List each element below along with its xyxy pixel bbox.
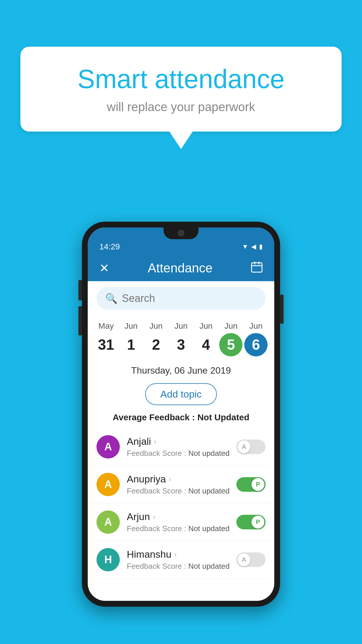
student-row[interactable]: AAnupriya ›Feedback Score : Not updatedP xyxy=(88,466,274,503)
student-info: Anjali ›Feedback Score : Not updated xyxy=(127,436,236,458)
signal-icon: ◀ xyxy=(251,243,256,251)
feedback-score: Feedback Score : Not updated xyxy=(127,449,236,458)
search-container[interactable]: 🔍 xyxy=(96,287,266,310)
phone-container: 14:29 ▼ ◀ ▮ ✕ Attendance xyxy=(82,222,280,607)
attendance-toggle[interactable]: A xyxy=(236,440,266,454)
student-info: Arjun ›Feedback Score : Not updated xyxy=(127,511,236,533)
chevron-right-icon: › xyxy=(153,513,155,521)
student-row[interactable]: HHimanshu ›Feedback Score : Not updatedA xyxy=(88,541,274,579)
toggle-knob: P xyxy=(252,516,264,528)
feedback-score: Feedback Score : Not updated xyxy=(127,524,236,533)
wifi-icon: ▼ xyxy=(242,243,248,251)
cal-month-label: May xyxy=(98,321,114,331)
cal-date-number[interactable]: 6 xyxy=(244,333,268,356)
search-icon: 🔍 xyxy=(105,293,117,304)
svg-rect-0 xyxy=(252,263,262,272)
cal-month-label: Jun xyxy=(199,321,212,331)
cal-date-number[interactable]: 5 xyxy=(219,333,242,356)
student-row[interactable]: AAnjali ›Feedback Score : Not updatedA xyxy=(88,428,274,466)
attendance-toggle[interactable]: P xyxy=(236,515,266,529)
chevron-right-icon: › xyxy=(169,475,171,483)
app-title: Attendance xyxy=(148,261,213,275)
power-button xyxy=(280,295,284,324)
student-name: Arjun › xyxy=(127,511,236,522)
attendance-toggle[interactable]: P xyxy=(236,477,266,492)
status-icons: ▼ ◀ ▮ xyxy=(242,243,263,251)
avg-feedback: Average Feedback : Not Updated xyxy=(88,408,274,428)
cal-month-label: Jun xyxy=(124,321,138,331)
attendance-toggle[interactable]: A xyxy=(236,552,266,567)
student-list: AAnjali ›Feedback Score : Not updatedAAA… xyxy=(88,428,274,579)
student-name: Anupriya › xyxy=(127,473,236,485)
cal-month-label: Jun xyxy=(150,321,163,331)
speech-bubble: Smart attendance will replace your paper… xyxy=(20,47,342,132)
close-button[interactable]: ✕ xyxy=(99,261,109,275)
selected-date: Thursday, 06 June 2019 xyxy=(88,359,274,380)
calendar-button[interactable] xyxy=(251,261,263,275)
app-bar: ✕ Attendance xyxy=(88,255,274,281)
avatar: A xyxy=(96,473,120,496)
calendar-day[interactable]: Jun4 xyxy=(194,321,219,356)
avg-feedback-value: Not Updated xyxy=(197,412,249,422)
avatar: A xyxy=(96,510,120,534)
student-name: Anjali › xyxy=(127,436,236,447)
cal-month-label: Jun xyxy=(224,321,238,331)
cal-month-label: Jun xyxy=(249,321,263,331)
calendar-day[interactable]: Jun2 xyxy=(143,321,168,356)
battery-icon: ▮ xyxy=(259,243,263,251)
cal-date-number[interactable]: 31 xyxy=(94,333,118,356)
speech-bubble-container: Smart attendance will replace your paper… xyxy=(20,47,342,149)
cal-date-number[interactable]: 3 xyxy=(169,333,193,356)
add-topic-button[interactable]: Add topic xyxy=(145,383,217,405)
student-info: Himanshu ›Feedback Score : Not updated xyxy=(127,549,236,571)
toggle-knob: A xyxy=(238,553,250,566)
phone-camera xyxy=(178,230,184,236)
toggle-knob: P xyxy=(252,478,264,491)
calendar-strip: May31Jun1Jun2Jun3Jun4Jun5Jun6 xyxy=(88,316,274,359)
student-name: Himanshu › xyxy=(127,549,236,560)
chevron-right-icon: › xyxy=(154,438,156,446)
cal-month-label: Jun xyxy=(174,321,187,331)
calendar-day[interactable]: May31 xyxy=(94,321,119,356)
phone-frame: 14:29 ▼ ◀ ▮ ✕ Attendance xyxy=(82,222,280,607)
avatar: H xyxy=(96,548,120,571)
calendar-day[interactable]: Jun6 xyxy=(243,321,268,356)
speech-bubble-arrow xyxy=(169,132,193,149)
calendar-day[interactable]: Jun5 xyxy=(219,321,244,356)
cal-date-number[interactable]: 4 xyxy=(194,333,218,356)
phone-screen: 14:29 ▼ ◀ ▮ ✕ Attendance xyxy=(88,228,274,601)
avg-feedback-label: Average Feedback : xyxy=(113,412,197,422)
feedback-score: Feedback Score : Not updated xyxy=(127,562,236,571)
student-info: Anupriya ›Feedback Score : Not updated xyxy=(127,473,236,496)
bubble-title: Smart attendance xyxy=(44,64,318,94)
calendar-day[interactable]: Jun3 xyxy=(168,321,194,356)
cal-date-number[interactable]: 1 xyxy=(120,333,143,356)
avatar: A xyxy=(96,435,120,459)
chevron-right-icon: › xyxy=(174,550,177,559)
toggle-knob: A xyxy=(238,440,250,453)
volume-down-button xyxy=(78,306,82,335)
search-input[interactable] xyxy=(122,292,257,304)
volume-up-button xyxy=(78,280,82,300)
bubble-subtitle: will replace your paperwork xyxy=(44,100,318,114)
student-row[interactable]: AArjun ›Feedback Score : Not updatedP xyxy=(88,503,274,541)
status-time: 14:29 xyxy=(99,242,120,251)
calendar-day[interactable]: Jun1 xyxy=(119,321,144,356)
cal-date-number[interactable]: 2 xyxy=(144,333,168,356)
feedback-score: Feedback Score : Not updated xyxy=(127,487,236,496)
